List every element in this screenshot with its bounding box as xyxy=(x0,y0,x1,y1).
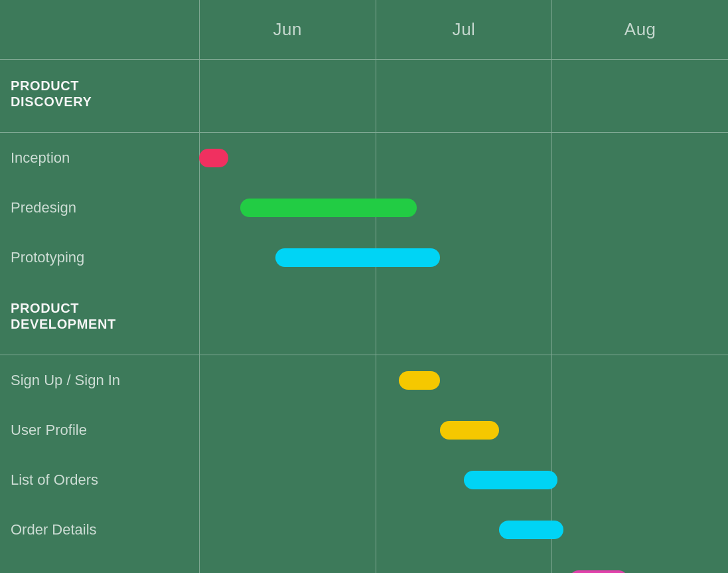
task-label-product-development-0: Sign Up / Sign In xyxy=(0,372,199,389)
task-row-product-discovery-1: Predesign xyxy=(0,183,728,232)
task-label-product-development-1: User Profile xyxy=(0,422,199,439)
task-row-product-development-3: Order Details xyxy=(0,505,728,554)
task-bar-product-development-1 xyxy=(440,421,499,440)
section-title-text-product-development: PRODUCT DEVELOPMENT xyxy=(11,300,116,332)
section-header-product-development: PRODUCT DEVELOPMENT xyxy=(0,282,728,355)
task-label-product-discovery-0: Inception xyxy=(0,149,199,167)
task-timeline-product-discovery-1 xyxy=(199,183,728,232)
task-bar-product-development-0 xyxy=(399,371,440,390)
task-bar-product-development-2 xyxy=(464,471,558,489)
task-timeline-product-development-1 xyxy=(199,405,728,455)
task-label-product-development-3: Order Details xyxy=(0,521,199,538)
task-row-product-development-2: List of Orders xyxy=(0,455,728,505)
timeline-cell-product-development-0-2 xyxy=(551,355,728,405)
task-label-product-development-2: List of Orders xyxy=(0,471,199,489)
section-cell-product-development-2 xyxy=(551,282,728,355)
task-label-product-development-4: Billing xyxy=(0,571,199,574)
task-timeline-product-development-2 xyxy=(199,455,728,505)
timeline-cell-product-discovery-0-1 xyxy=(376,133,552,183)
task-row-product-discovery-2: Prototyping xyxy=(0,232,728,282)
month-jul: Jul xyxy=(376,0,552,59)
timeline-cell-product-discovery-1-2 xyxy=(551,183,728,232)
section-cell-product-development-0 xyxy=(199,282,376,355)
section-cell-product-discovery-0 xyxy=(199,60,376,132)
section-cells-product-discovery xyxy=(199,60,728,132)
timeline-cell-product-development-2-0 xyxy=(199,455,376,505)
task-bar-product-discovery-2 xyxy=(275,248,440,267)
task-timeline-product-development-3 xyxy=(199,505,728,554)
task-timeline-product-development-4 xyxy=(199,554,728,573)
task-row-product-development-0: Sign Up / Sign In xyxy=(0,355,728,405)
task-row-product-development-4: Billing xyxy=(0,554,728,573)
gantt-body: PRODUCT DISCOVERYInceptionPredesignProto… xyxy=(0,60,728,573)
timeline-cell-product-development-1-2 xyxy=(551,405,728,455)
task-timeline-product-development-0 xyxy=(199,355,728,405)
timeline-cell-product-development-3-0 xyxy=(199,505,376,554)
timeline-cell-product-development-2-2 xyxy=(551,455,728,505)
task-label-product-discovery-2: Prototyping xyxy=(0,249,199,266)
section-cell-product-discovery-1 xyxy=(376,60,552,132)
header-label-col xyxy=(0,0,199,59)
section-header-product-discovery: PRODUCT DISCOVERY xyxy=(0,60,728,133)
task-bar-product-development-3 xyxy=(499,521,563,539)
section-cells-product-development xyxy=(199,282,728,355)
gantt-chart: Jun Jul Aug PRODUCT DISCOVERYInceptionPr… xyxy=(0,0,728,573)
task-row-product-discovery-0: Inception xyxy=(0,133,728,183)
task-timeline-product-discovery-0 xyxy=(199,133,728,183)
section-title-text-product-discovery: PRODUCT DISCOVERY xyxy=(11,78,92,110)
section-cell-product-development-1 xyxy=(376,282,552,355)
section-cell-product-discovery-2 xyxy=(551,60,728,132)
section-title-product-discovery: PRODUCT DISCOVERY xyxy=(0,60,199,132)
gantt-header: Jun Jul Aug xyxy=(0,0,728,60)
months-header: Jun Jul Aug xyxy=(199,0,728,59)
task-row-product-development-1: User Profile xyxy=(0,405,728,455)
timeline-cell-product-development-4-0 xyxy=(199,554,376,573)
task-timeline-product-discovery-2 xyxy=(199,232,728,282)
timeline-cell-product-discovery-0-2 xyxy=(551,133,728,183)
task-bar-product-development-4 xyxy=(569,570,628,574)
timeline-cell-product-development-4-1 xyxy=(376,554,552,573)
task-bar-product-discovery-1 xyxy=(240,199,417,217)
timeline-cell-product-development-1-0 xyxy=(199,405,376,455)
timeline-cell-product-development-0-0 xyxy=(199,355,376,405)
timeline-cell-product-development-3-2 xyxy=(551,505,728,554)
month-jun: Jun xyxy=(199,0,376,59)
timeline-cell-product-discovery-2-2 xyxy=(551,232,728,282)
month-aug: Aug xyxy=(551,0,728,59)
task-bar-product-discovery-0 xyxy=(199,149,228,167)
section-title-product-development: PRODUCT DEVELOPMENT xyxy=(0,282,199,355)
task-label-product-discovery-1: Predesign xyxy=(0,199,199,216)
